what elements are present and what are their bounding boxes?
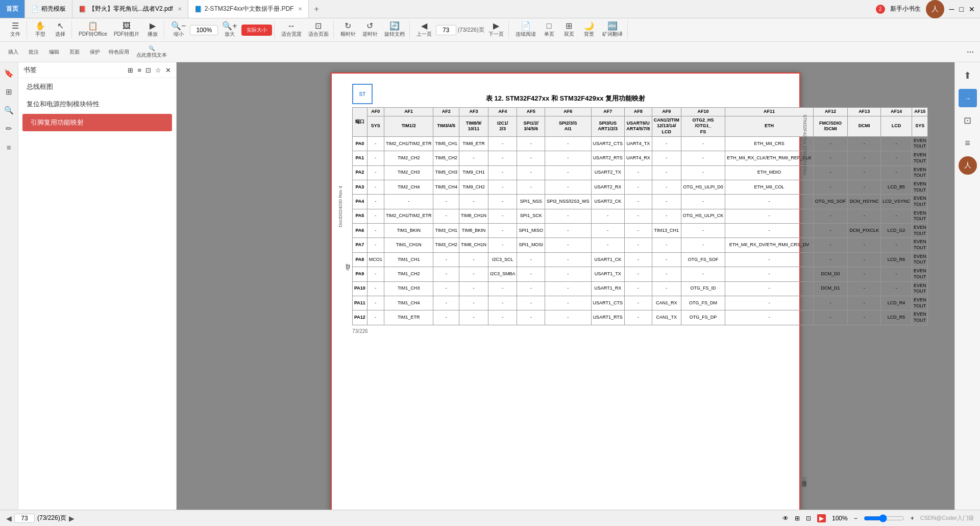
pdf-office-btn[interactable]: 📋 PDF转Office: [76, 21, 110, 39]
sidebar-header-icons: ⊞ ≡ ⊡ ☆ ✕: [128, 66, 171, 74]
status-icon-2: ⊡: [806, 515, 811, 522]
translate-btn[interactable]: 🔤 矿词翻译: [600, 21, 625, 39]
sidebar-item-2[interactable]: 复位和电源控制模块特性: [18, 95, 176, 113]
thumbnail-strip-icon[interactable]: ⊞: [2, 85, 16, 99]
layer-strip-icon[interactable]: ≡: [2, 140, 16, 154]
af12-header: AF12: [813, 108, 848, 116]
tab-wildfire[interactable]: 📕 【野火】零死角玩...战者V2.pdf ✕: [72, 0, 188, 18]
af11-header: AF11: [725, 108, 814, 116]
double-page-btn[interactable]: ⊞ 双页: [560, 21, 578, 39]
more-options-btn[interactable]: ⋯: [965, 46, 976, 58]
fit-page-btn[interactable]: ⊡ 适合页面: [306, 21, 331, 39]
page-menu-label: 页面: [69, 49, 80, 56]
table-row: PA1-TIM2_CH2TIM5_CH2----USART2_RTSUART4_…: [353, 151, 928, 165]
annotate-btn[interactable]: 批注: [24, 47, 43, 57]
hand-tool-btn[interactable]: ✋ 手型: [31, 21, 50, 39]
right-text: STM32F427xx STM32F429xx: [802, 114, 807, 176]
user-avatar[interactable]: 人: [926, 0, 944, 18]
sidebar-item-3[interactable]: 引脚复用功能映射: [22, 114, 172, 131]
right-btn-2[interactable]: →: [959, 89, 977, 107]
af3-header: AF3: [459, 108, 488, 116]
sidebar-item-2-label: 复位和电源控制模块特性: [27, 100, 100, 108]
single-page-btn[interactable]: □ 单页: [540, 21, 558, 39]
find-btn[interactable]: 🔍 点此查找文本: [134, 44, 169, 60]
port-a-label: 端口 A: [345, 268, 351, 272]
protect-btn[interactable]: 保护: [86, 47, 104, 57]
right-btn-4[interactable]: ≡: [959, 134, 977, 152]
sidebar-title: 书签: [23, 65, 37, 75]
right-avatar[interactable]: 人: [959, 156, 977, 175]
table-row: PA7-TIM1_CH1NTIM3_CH2TIM8_CH1N-SPI1_MOSI…: [353, 238, 928, 252]
sidebar-icon-2[interactable]: ≡: [137, 66, 141, 74]
page-menu-btn[interactable]: 页面: [65, 47, 84, 57]
zoom-out-btn[interactable]: 🔍− 缩小: [168, 21, 188, 39]
insert-btn[interactable]: 插入: [4, 47, 22, 57]
right-btn-1[interactable]: ⬆: [959, 66, 977, 85]
new-tab-button[interactable]: +: [309, 0, 324, 18]
bookmark-strip-icon[interactable]: 🔖: [2, 66, 16, 81]
edit-btn[interactable]: 编辑: [45, 47, 63, 57]
single-page-label: 单页: [544, 31, 554, 38]
continuous-btn[interactable]: 📄 连续阅读: [513, 21, 538, 39]
page-input-status[interactable]: [14, 514, 35, 523]
tab-template[interactable]: 📄 稻壳模板: [25, 0, 72, 18]
rotate-doc-btn[interactable]: 🔄 旋转文档: [382, 21, 407, 39]
sidebar-item-1[interactable]: 总线框图: [18, 78, 176, 95]
clockwise-btn[interactable]: ↻ 顺时针: [338, 21, 358, 39]
doc-id-label: DocID024030 Rev 4: [338, 186, 343, 227]
zoom-input[interactable]: [190, 25, 218, 35]
sidebar-close-btn[interactable]: ✕: [165, 66, 171, 74]
special-app-btn[interactable]: 特色应用: [106, 47, 132, 57]
right-panel: ⬆ → ⊡ ≡ 人: [954, 62, 980, 510]
file-menu-btn[interactable]: ☰ 文件: [6, 21, 24, 39]
tab-wildfire-close[interactable]: ✕: [178, 6, 182, 12]
tab-wildfire-label: 【野火】零死角玩...战者V2.pdf: [89, 5, 173, 13]
close-btn[interactable]: ✕: [969, 5, 975, 13]
minimize-btn[interactable]: ─: [949, 5, 954, 13]
af9-header: AF9: [652, 108, 681, 116]
counterclockwise-btn[interactable]: ↺ 逆时针: [360, 21, 380, 39]
tab-home[interactable]: 首页: [0, 0, 25, 18]
af2-header: AF2: [433, 108, 459, 116]
plus-zoom[interactable]: +: [911, 515, 914, 522]
search-strip-icon[interactable]: 🔍: [2, 103, 16, 117]
af15-header: AF15: [912, 108, 928, 116]
next-page-status-btn[interactable]: ▶: [69, 514, 75, 522]
minus-zoom[interactable]: −: [854, 515, 857, 522]
play-btn[interactable]: ▶ 播放: [143, 21, 162, 39]
fit-width-btn[interactable]: ↔ 适合宽度: [279, 21, 304, 39]
prev-page-btn[interactable]: ◀ 上一页: [414, 21, 434, 39]
pin-header: 端口: [353, 108, 368, 137]
tab-stm32[interactable]: 📘 2-STM32F4xx中文数据手册.PDF ✕: [188, 0, 309, 18]
pdf-content-area[interactable]: ST 表 12. STM32F427xx 和 STM32F429xx 复用功能映…: [177, 62, 954, 510]
watermark-label: CSDN@Coder入门级: [920, 514, 974, 522]
zoom-in-btn[interactable]: 🔍+ 放大: [219, 21, 239, 39]
toolbar: ☰ 文件 ✋ 手型 ↖ 选择 📋 PDF转Office 🖼 PDF转图片 ▶ 播…: [0, 18, 980, 42]
pdf-image-btn[interactable]: 🖼 PDF转图片: [111, 21, 142, 39]
annotation-strip-icon[interactable]: ✏: [2, 122, 16, 136]
select-tool-btn[interactable]: ↖ 选择: [51, 21, 69, 39]
right-btn-3[interactable]: ⊡: [959, 111, 977, 130]
user-name: 新手小书生: [890, 5, 921, 13]
select-label: 选择: [55, 31, 65, 38]
af13-header: AF13: [848, 108, 881, 116]
table-row: PA9-TIM1_CH2--I2C3_SMBA--USART1_TX----DC…: [353, 267, 928, 281]
sidebar-icons-strip: 🔖 ⊞ 🔍 ✏ ≡: [0, 62, 18, 510]
af0-header: AF0: [367, 108, 384, 116]
sidebar-icon-4[interactable]: ☆: [155, 66, 161, 74]
tab-stm32-close[interactable]: ✕: [298, 6, 302, 12]
background-btn[interactable]: 🌙 背景: [580, 21, 598, 39]
next-page-btn[interactable]: ▶ 下一页: [486, 21, 506, 39]
table-row: PA11-TIM1_CH4-----USART1_CTS-CAN1_RXOTG_…: [353, 296, 928, 310]
actual-size-btn[interactable]: 实际大小: [241, 25, 272, 36]
sidebar-icon-1[interactable]: ⊞: [128, 66, 133, 74]
page-input-toolbar[interactable]: [436, 25, 456, 35]
notification-badge: 2: [876, 5, 885, 14]
tab-stm32-icon: 📘: [194, 6, 202, 13]
prev-page-status-btn[interactable]: ◀: [6, 514, 12, 522]
sidebar-icon-3[interactable]: ⊡: [145, 66, 151, 74]
fit-width-label: 适合宽度: [281, 31, 302, 38]
maximize-btn[interactable]: □: [960, 5, 964, 13]
toolbar2: 插入 批注 编辑 页面 保护 特色应用 🔍 点此查找文本 ⋯: [0, 42, 980, 62]
zoom-slider[interactable]: [864, 514, 904, 522]
